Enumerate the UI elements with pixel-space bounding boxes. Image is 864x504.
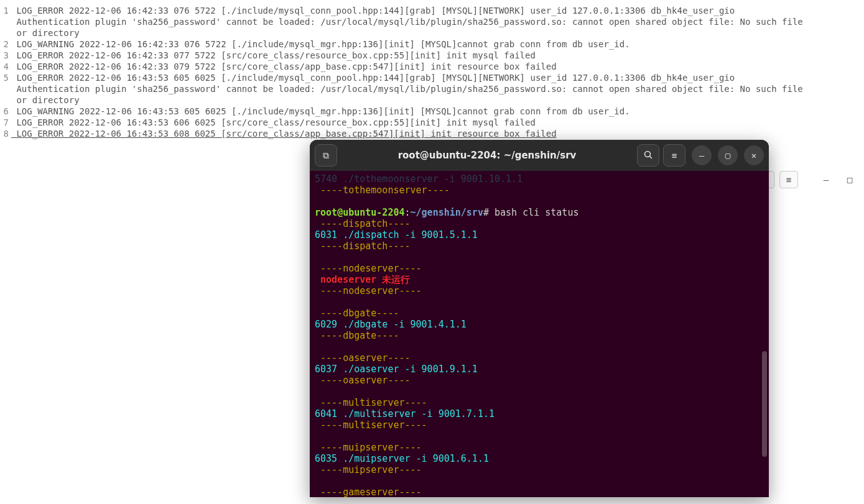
log-text: LOG_ERROR 2022-12-06 16:42:33 077 5722 [… bbox=[11, 50, 862, 61]
log-line: 5 LOG_ERROR 2022-12-06 16:43:53 605 6025… bbox=[2, 72, 862, 83]
log-text: or directory bbox=[11, 94, 862, 106]
log-text: LOG_WARNING 2022-12-06 16:43:53 605 6025… bbox=[11, 106, 862, 117]
log-text: LOG_ERROR 2022-12-06 16:43:53 605 6025 [… bbox=[11, 72, 862, 83]
terminal-line: 5740 ./tothemoonserver -i 9001.10.1.1 bbox=[315, 173, 764, 185]
log-line: 4 LOG_ERROR 2022-12-06 16:42:33 079 5722… bbox=[2, 61, 862, 72]
log-line: 7 LOG_ERROR 2022-12-06 16:43:53 606 6025… bbox=[2, 117, 862, 128]
log-text: LOG_ERROR 2022-12-06 16:43:53 606 6025 [… bbox=[11, 117, 862, 128]
terminal-title: root@ubuntu-2204: ~/genshin/srv bbox=[341, 150, 633, 161]
terminal-line: 6029 ./dbgate -i 9001.4.1.1 bbox=[315, 319, 764, 330]
log-text: LOG_ERROR 2022-12-06 16:42:33 076 5722 [… bbox=[11, 5, 862, 16]
line-number bbox=[2, 16, 11, 27]
maximize-icon: □ bbox=[847, 175, 852, 185]
log-line: Authentication plugin 'sha256_password' … bbox=[2, 83, 862, 94]
terminal-line: ----oaserver---- bbox=[315, 352, 764, 364]
terminal-titlebar[interactable]: ⧉ root@ubuntu-2204: ~/genshin/srv ≡ — ▢ … bbox=[310, 140, 769, 171]
terminal-close-button[interactable]: ✕ bbox=[744, 145, 764, 165]
terminal-minimize-button[interactable]: — bbox=[692, 145, 712, 165]
log-line: 8 LOG_ERROR 2022-12-06 16:43:53 608 6025… bbox=[2, 128, 862, 139]
log-text: Authentication plugin 'sha256_password' … bbox=[11, 83, 862, 94]
line-number: 7 bbox=[2, 117, 11, 128]
terminal-window: ⧉ root@ubuntu-2204: ~/genshin/srv ≡ — ▢ … bbox=[310, 140, 769, 497]
svg-point-0 bbox=[645, 151, 651, 157]
log-text: LOG_ERROR 2022-12-06 16:43:53 608 6025 [… bbox=[11, 128, 862, 139]
line-number: 4 bbox=[2, 61, 11, 72]
terminal-line: ----dbgate---- bbox=[315, 330, 764, 341]
terminal-line bbox=[315, 431, 764, 442]
terminal-menu-button[interactable]: ≡ bbox=[663, 144, 685, 167]
log-text: or directory bbox=[11, 27, 862, 39]
terminal-search-button[interactable] bbox=[637, 144, 659, 167]
svg-line-1 bbox=[650, 156, 653, 158]
scrollbar-thumb[interactable] bbox=[762, 351, 767, 457]
terminal-line bbox=[315, 252, 764, 263]
log-line: or directory bbox=[2, 27, 862, 39]
log-text: LOG_ERROR 2022-12-06 16:42:33 079 5722 [… bbox=[11, 61, 862, 72]
minimize-icon: — bbox=[824, 175, 829, 185]
log-line: or directory bbox=[2, 94, 862, 106]
window-maximize-button[interactable]: □ bbox=[840, 171, 859, 188]
close-icon: ✕ bbox=[751, 150, 756, 160]
log-line: 6 LOG_WARNING 2022-12-06 16:43:53 605 60… bbox=[2, 106, 862, 117]
new-tab-icon: ⧉ bbox=[323, 150, 329, 161]
search-icon bbox=[643, 150, 653, 162]
toolbar-menu-button[interactable]: ≡ bbox=[779, 171, 798, 188]
hamburger-icon: ≡ bbox=[672, 150, 677, 160]
line-number: 5 bbox=[2, 72, 11, 83]
terminal-body[interactable]: 5740 ./tothemoonserver -i 9001.10.1.1 --… bbox=[310, 171, 769, 497]
terminal-line: ----nodeserver---- bbox=[315, 285, 764, 296]
line-number: 1 bbox=[2, 5, 11, 16]
terminal-line: 6041 ./multiserver -i 9001.7.1.1 bbox=[315, 408, 764, 419]
terminal-line: nodeserver 未运行 bbox=[315, 274, 764, 285]
line-number: 6 bbox=[2, 106, 11, 117]
line-number bbox=[2, 83, 11, 94]
line-number bbox=[2, 27, 11, 39]
terminal-line: ----multiserver---- bbox=[315, 397, 764, 408]
line-number bbox=[2, 94, 11, 106]
terminal-line bbox=[315, 341, 764, 352]
log-line: 3 LOG_ERROR 2022-12-06 16:42:33 077 5722… bbox=[2, 50, 862, 61]
terminal-line: 6037 ./oaserver -i 9001.9.1.1 bbox=[315, 364, 764, 375]
log-line: 2 LOG_WARNING 2022-12-06 16:42:33 076 57… bbox=[2, 39, 862, 50]
terminal-line: ----gameserver---- bbox=[315, 487, 764, 497]
maximize-icon: ▢ bbox=[725, 150, 730, 160]
line-number: 2 bbox=[2, 39, 11, 50]
terminal-line: ----tothemoonserver---- bbox=[315, 185, 764, 196]
log-viewer: 1 LOG_ERROR 2022-12-06 16:42:33 076 5722… bbox=[0, 0, 864, 144]
terminal-maximize-button[interactable]: ▢ bbox=[718, 145, 738, 165]
terminal-line: root@ubuntu-2204:~/genshin/srv# bash cli… bbox=[315, 207, 764, 218]
hamburger-icon: ≡ bbox=[786, 175, 791, 185]
line-number: 3 bbox=[2, 50, 11, 61]
terminal-line: ----multiserver---- bbox=[315, 419, 764, 431]
new-tab-button[interactable]: ⧉ bbox=[315, 144, 337, 167]
terminal-line bbox=[315, 386, 764, 397]
terminal-line: ----dbgate---- bbox=[315, 308, 764, 319]
terminal-line: 6031 ./dispatch -i 9001.5.1.1 bbox=[315, 229, 764, 241]
log-text: Authentication plugin 'sha256_password' … bbox=[11, 16, 862, 27]
log-text: LOG_WARNING 2022-12-06 16:42:33 076 5722… bbox=[11, 39, 862, 50]
terminal-line: ----muipserver---- bbox=[315, 464, 764, 475]
terminal-line bbox=[315, 475, 764, 487]
terminal-line: ----dispatch---- bbox=[315, 241, 764, 252]
terminal-line bbox=[315, 296, 764, 308]
terminal-line bbox=[315, 196, 764, 207]
terminal-line: ----oaserver---- bbox=[315, 375, 764, 386]
terminal-line: ----nodeserver---- bbox=[315, 263, 764, 274]
minimize-icon: — bbox=[699, 150, 704, 160]
line-number: 8 bbox=[2, 128, 11, 139]
log-line: Authentication plugin 'sha256_password' … bbox=[2, 16, 862, 27]
window-minimize-button[interactable]: — bbox=[817, 171, 835, 188]
terminal-line: ----dispatch---- bbox=[315, 218, 764, 229]
log-line: 1 LOG_ERROR 2022-12-06 16:42:33 076 5722… bbox=[2, 5, 862, 16]
terminal-line: ----muipserver---- bbox=[315, 442, 764, 453]
terminal-line: 6035 ./muipserver -i 9001.6.1.1 bbox=[315, 453, 764, 464]
